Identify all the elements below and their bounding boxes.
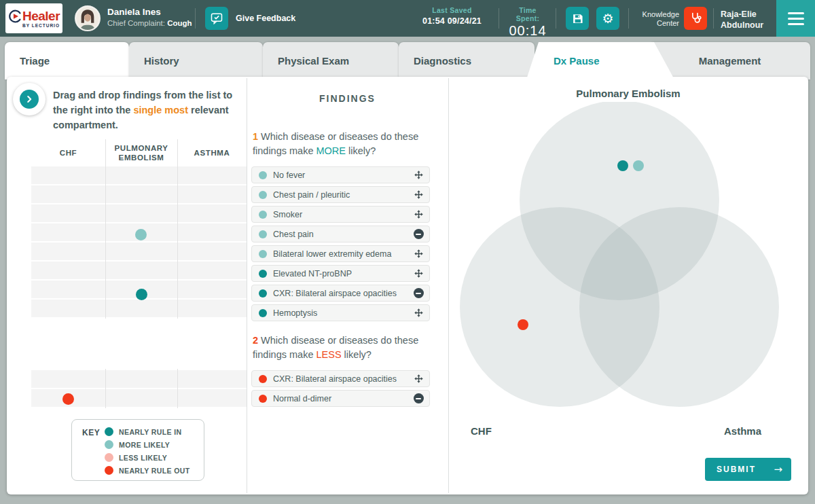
nearly-rule-in-dot [259,289,267,298]
settings-button[interactable]: ⚙ [596,7,619,30]
finding-chip[interactable]: Chest pain / pleuritic [251,186,430,203]
drop-row[interactable] [31,370,247,388]
drop-row[interactable] [31,262,247,279]
patient-name: Daniela Ines [107,7,192,18]
drop-row[interactable] [31,204,247,222]
menu-button[interactable] [776,0,815,37]
give-feedback-button[interactable] [205,7,228,30]
finding-chip[interactable]: Hemoptysis [251,304,430,321]
chat-check-icon [210,12,223,25]
move-icon[interactable] [413,249,424,259]
finding-chip[interactable]: Smoker [251,206,430,223]
dx-pause-panel: Drag and drop findings from the list to … [7,77,808,494]
tab-management[interactable]: Management [649,42,810,79]
findings-list-less: CXR: Bilateral airspace opacities Normal… [251,370,430,410]
drop-row[interactable] [31,185,247,203]
save-button[interactable] [566,7,589,30]
drop-row[interactable] [31,242,247,260]
venn-diagram [448,102,808,445]
header-divider [628,8,629,29]
panel-divider [247,78,247,493]
placed-dot-nearly-rule-in[interactable] [136,289,147,300]
move-icon[interactable] [413,190,424,200]
more-likely-dot [259,211,267,219]
tab-physical-exam[interactable]: Physical Exam [263,42,399,79]
move-icon[interactable] [413,268,424,279]
give-feedback-label[interactable]: Give Feedback [236,14,295,23]
column-line [177,369,178,408]
drop-row[interactable] [31,300,247,317]
finding-chip[interactable]: No fever [251,166,430,183]
remove-icon[interactable] [413,288,424,299]
more-likely-dot [259,191,267,199]
finding-chip[interactable]: Bilateral lower extremity edema [251,245,430,262]
drop-row[interactable] [31,166,247,184]
logo-name: Healer [22,9,60,24]
move-icon[interactable] [413,308,424,319]
move-icon[interactable] [413,374,424,384]
last-saved: Last Saved 01:54 09/24/21 [413,6,491,26]
time-spent-value: 00:14 [507,23,549,39]
tab-dx-pause[interactable]: Dx Pause [526,42,674,79]
current-user[interactable]: Raja-ElieAbdulnour [721,10,763,31]
venn-dot-nearly-rule-in[interactable] [617,160,628,171]
more-likely-dot [259,230,267,238]
remove-icon[interactable] [413,229,424,240]
chevron-right-icon [20,90,39,109]
venn-label-chf: CHF [471,425,492,437]
nearly-rule-out-dot [259,375,267,383]
submit-button[interactable]: SUBMIT → [705,458,791,481]
nearly-rule-in-dot [259,270,267,278]
remove-icon[interactable] [413,393,424,404]
patient-info: Daniela Ines Chief Complaint: Cough [107,7,192,28]
gear-icon: ⚙ [602,12,613,25]
logo-subtitle: BY LECTURIO [22,23,60,28]
finding-chip[interactable]: Elevated NT-proBNP [251,265,430,282]
placed-dot-more-likely[interactable] [135,229,147,240]
venn-dot-nearly-rule-out[interactable] [518,319,528,330]
finding-chip[interactable]: CXR: Bilateral airspace opacities [251,370,430,387]
knowledge-center-label[interactable]: KnowledgeCenter [632,10,679,28]
finding-chip[interactable]: Chest pain [251,226,430,242]
app-logo[interactable]: Healer BY LECTURIO [5,3,62,33]
key-entry: NEARLY RULE OUT [105,464,190,477]
placed-dot-nearly-rule-out[interactable] [62,393,74,405]
drop-table-header: CHF PULMONARY EMBOLISM ASTHMA [31,139,247,166]
last-saved-value: 01:54 09/24/21 [413,16,491,26]
key-title: KEY [82,428,100,437]
column-header-asthma: ASTHMA [177,148,247,158]
venn-dot-more-likely[interactable] [633,160,644,171]
move-icon[interactable] [413,209,424,220]
move-icon[interactable] [413,170,424,181]
patient-avatar[interactable] [75,5,101,31]
hamburger-icon [788,23,804,25]
chief-complaint: Chief Complaint: Cough [107,18,192,28]
header-divider [499,8,499,29]
finding-chip[interactable]: Normal d-dimer [251,390,430,407]
finding-chip[interactable]: CXR: Bilateral airspace opacities [251,285,430,302]
hamburger-icon [788,18,804,20]
less-likely-dot [105,453,113,462]
last-saved-label: Last Saved [413,6,491,14]
instructions-text: Drag and drop findings from the list to … [53,88,243,132]
column-header-pulmonary-embolism: PULMONARY EMBOLISM [105,143,177,163]
question-1: 1 Which disease or diseases do these fin… [253,130,440,158]
findings-title: FINDINGS [247,93,448,104]
header-divider [556,8,556,29]
tab-history[interactable]: History [129,42,263,79]
venn-label-pulmonary-embolism: Pulmonary Embolism [448,88,808,99]
more-likely-dot [105,440,113,449]
key-legend: KEY NEARLY RULE IN MORE LIKELY LESS LIKE… [71,419,204,481]
more-likely-dot [259,171,267,179]
nearly-rule-in-dot [259,309,267,317]
nearly-rule-out-dot [259,395,267,403]
time-spent: Time Spent: 00:14 [507,6,549,39]
venn-circle-asthma[interactable] [579,207,779,407]
arrow-right-icon: → [774,463,782,475]
tab-diagnostics[interactable]: Diagnostics [399,42,535,79]
header-divider [195,8,196,29]
step-badge-ring [13,83,46,115]
tab-triage[interactable]: Triage [5,42,129,79]
knowledge-center-button[interactable] [684,7,707,30]
column-header-chf: CHF [31,148,105,158]
